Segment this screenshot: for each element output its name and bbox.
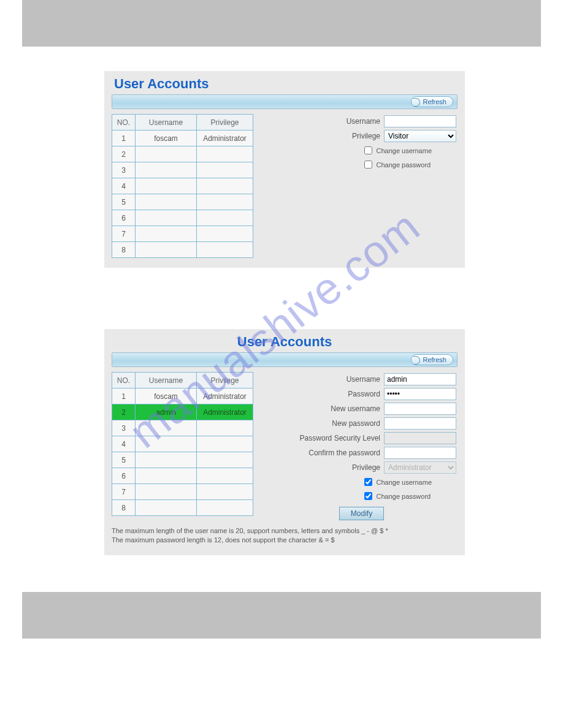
- table-row[interactable]: 3: [112, 162, 253, 178]
- username-label: Username: [266, 375, 380, 384]
- table-row[interactable]: 1foscamAdministrator: [112, 389, 253, 404]
- table-row[interactable]: 3: [112, 420, 253, 436]
- toolbar: Refresh: [112, 352, 458, 367]
- table-cell: 3: [112, 420, 136, 436]
- table-row[interactable]: 2adminAdministrator: [112, 404, 253, 420]
- table-cell: [136, 210, 197, 226]
- table-cell: 2: [112, 146, 136, 162]
- table-cell: 1: [112, 131, 136, 146]
- table-cell: 2: [112, 404, 136, 420]
- username-input[interactable]: [384, 373, 456, 385]
- change-username-checkbox[interactable]: [364, 478, 372, 486]
- table-row[interactable]: 1foscamAdministrator: [112, 131, 253, 146]
- table-cell: Administrator: [197, 404, 253, 420]
- table-row[interactable]: 7: [112, 226, 253, 242]
- table-cell: [136, 226, 197, 242]
- privilege-select: Administrator: [384, 461, 456, 474]
- new-password-label: New password: [266, 419, 380, 428]
- table-cell: [197, 420, 253, 436]
- table-cell: 5: [112, 194, 136, 210]
- table-cell: [136, 162, 197, 178]
- page-title: User Accounts: [112, 334, 458, 350]
- table-cell: [197, 452, 253, 468]
- table-cell: 7: [112, 484, 136, 500]
- confirm-password-input[interactable]: [384, 447, 456, 459]
- table-row[interactable]: 6: [112, 468, 253, 484]
- username-label: Username: [266, 117, 380, 126]
- table-cell: Administrator: [197, 389, 253, 404]
- table-cell: [197, 226, 253, 242]
- users-table: NO. Username Privilege 1foscamAdministra…: [112, 372, 253, 516]
- table-row[interactable]: 7: [112, 484, 253, 500]
- table-cell: 6: [112, 468, 136, 484]
- table-row[interactable]: 8: [112, 242, 253, 258]
- table-cell: admin: [136, 404, 197, 420]
- table-row[interactable]: 8: [112, 500, 253, 516]
- refresh-button[interactable]: Refresh: [411, 96, 453, 107]
- table-cell: [136, 452, 197, 468]
- table-row[interactable]: 4: [112, 178, 253, 194]
- table-cell: [136, 242, 197, 258]
- password-label: Password: [266, 390, 380, 398]
- new-password-input[interactable]: [384, 417, 456, 430]
- table-cell: [136, 178, 197, 194]
- table-cell: [136, 194, 197, 210]
- change-username-label: Change username: [377, 147, 432, 154]
- table-cell: 4: [112, 178, 136, 194]
- username-input[interactable]: [384, 115, 456, 127]
- table-row[interactable]: 6: [112, 210, 253, 226]
- col-header-username: Username: [136, 373, 197, 389]
- user-accounts-panel-2: User Accounts Refresh NO. Username Privi…: [104, 329, 465, 555]
- table-cell: [197, 210, 253, 226]
- col-header-no: NO.: [112, 373, 136, 389]
- table-cell: [197, 178, 253, 194]
- col-header-username: Username: [136, 115, 197, 131]
- user-form: Username Password New username New passw…: [266, 372, 458, 520]
- table-cell: [136, 420, 197, 436]
- toolbar: Refresh: [112, 94, 458, 109]
- user-accounts-panel-1: User Accounts Refresh NO. Username Privi…: [104, 71, 465, 268]
- privilege-label: Privilege: [266, 132, 380, 140]
- table-cell: 8: [112, 242, 136, 258]
- user-form: Username Privilege Visitor Change userna…: [266, 114, 458, 173]
- table-cell: 7: [112, 226, 136, 242]
- table-row[interactable]: 2: [112, 146, 253, 162]
- confirm-password-label: Confirm the password: [266, 449, 380, 457]
- table-cell: [197, 484, 253, 500]
- table-cell: [197, 162, 253, 178]
- table-cell: 6: [112, 210, 136, 226]
- modify-button[interactable]: Modify: [339, 507, 384, 520]
- security-level-field: [384, 432, 456, 444]
- table-cell: [136, 468, 197, 484]
- password-input[interactable]: [384, 388, 456, 400]
- table-cell: [136, 436, 197, 452]
- change-password-checkbox[interactable]: [364, 161, 372, 169]
- change-password-label: Change password: [377, 161, 431, 169]
- refresh-button-label: Refresh: [423, 98, 446, 105]
- table-cell: [136, 146, 197, 162]
- refresh-button[interactable]: Refresh: [411, 354, 453, 365]
- table-cell: [197, 500, 253, 516]
- table-row[interactable]: 5: [112, 194, 253, 210]
- new-username-label: New username: [266, 404, 380, 413]
- table-cell: [197, 436, 253, 452]
- table-row[interactable]: 5: [112, 452, 253, 468]
- page-title: User Accounts: [114, 76, 458, 92]
- privilege-select[interactable]: Visitor: [384, 130, 456, 142]
- table-cell: [197, 242, 253, 258]
- table-cell: 1: [112, 389, 136, 404]
- table-cell: foscam: [136, 389, 197, 404]
- table-cell: 8: [112, 500, 136, 516]
- table-cell: [197, 194, 253, 210]
- col-header-no: NO.: [112, 115, 136, 131]
- change-password-label: Change password: [377, 493, 431, 500]
- table-cell: [136, 500, 197, 516]
- footnote: The maximum length of the user name is 2…: [112, 526, 458, 545]
- change-username-checkbox[interactable]: [364, 146, 372, 154]
- table-row[interactable]: 4: [112, 436, 253, 452]
- table-cell: 5: [112, 452, 136, 468]
- change-password-checkbox[interactable]: [364, 492, 372, 500]
- table-cell: 4: [112, 436, 136, 452]
- table-cell: [197, 468, 253, 484]
- new-username-input[interactable]: [384, 403, 456, 415]
